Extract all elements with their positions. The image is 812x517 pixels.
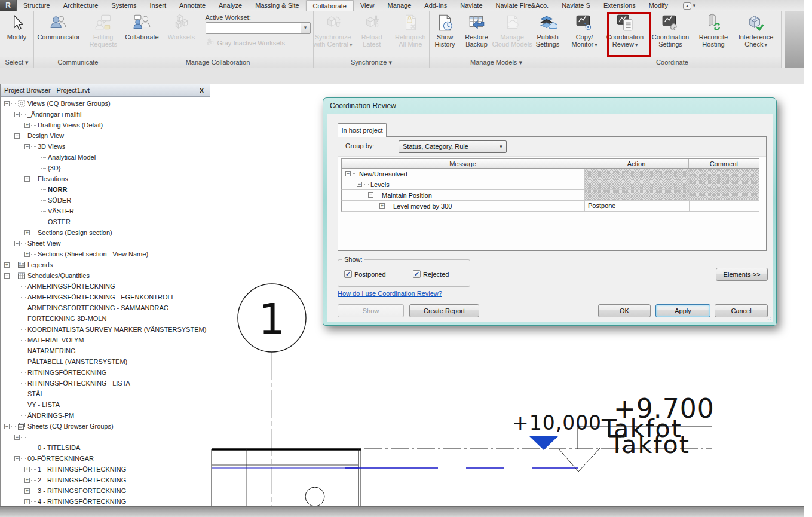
expand-icon[interactable]: + [379, 203, 385, 209]
create-report-button[interactable]: Create Report [409, 304, 479, 317]
table-row[interactable]: +Level moved by 300Postpone [341, 201, 759, 212]
tree-item[interactable]: +2 - RITNINGSFÖRTECKNING [1, 475, 210, 485]
tab-systems[interactable]: Systems [105, 0, 143, 11]
tree-item[interactable]: ARMERINGSFÖRTECKNING - SAMMANDRAG [1, 302, 210, 313]
panel-label-communicate[interactable]: Communicate [34, 57, 122, 68]
collapse-icon[interactable]: − [4, 101, 10, 106]
tree-item[interactable]: +4 - RITNINGSFÖRTECKNING [1, 496, 210, 506]
expand-icon[interactable]: + [4, 262, 10, 268]
postponed-checkbox[interactable]: ✓ Postponed [344, 270, 386, 278]
tree-item[interactable]: −_Ändringar i mallfil [1, 109, 210, 120]
panel-label-coordinate[interactable]: Coordinate [563, 57, 781, 68]
group-by-dropdown[interactable]: Status, Category, Rule ▼ [399, 140, 507, 153]
action-cell[interactable]: Postpone [584, 201, 689, 211]
show-history-button[interactable]: ShowHistory [430, 13, 460, 56]
tab-insert[interactable]: Insert [143, 0, 173, 11]
publish-settings-button[interactable]: PublishSettings [532, 13, 563, 56]
tree-item[interactable]: −Design View [1, 130, 210, 141]
tab-view[interactable]: View [354, 0, 381, 11]
tab-manage[interactable]: Manage [381, 0, 418, 11]
tree-item[interactable]: PÅLTABELL (VÄNSTERSYSTEM) [1, 356, 210, 367]
tab-annotate[interactable]: Annotate [173, 0, 212, 11]
tab-extensions[interactable]: Extensions [597, 0, 642, 11]
tree-item[interactable]: Analytical Model [1, 152, 210, 163]
elements-button[interactable]: Elements >> [716, 268, 768, 281]
cancel-button[interactable]: Cancel [715, 304, 768, 317]
tab-analyze[interactable]: Analyze [212, 0, 249, 11]
tab-structure[interactable]: Structure [17, 0, 57, 11]
tree-item[interactable]: ARMERINGSFÖRTECKNING - EGENKONTROLL [1, 292, 210, 302]
tree-item[interactable]: {3D} [1, 163, 210, 173]
comment-cell[interactable] [689, 201, 759, 211]
column-header-message[interactable]: Message [342, 159, 584, 168]
tree-item[interactable]: −- [1, 432, 210, 442]
expand-icon[interactable]: + [24, 252, 30, 257]
tree-item[interactable]: 0 - TITELSIDA [1, 442, 210, 453]
collapse-icon[interactable]: − [24, 144, 30, 149]
tab-add-ins[interactable]: Add-Ins [418, 0, 454, 11]
collapse-icon[interactable]: − [24, 176, 30, 182]
table-row[interactable]: −Maintain Position [341, 190, 759, 201]
collapse-icon[interactable]: − [4, 424, 10, 429]
tree-item[interactable]: −Elevations [1, 173, 210, 184]
collapse-icon[interactable]: − [14, 133, 20, 139]
collapse-icon[interactable]: − [14, 435, 20, 440]
interference-check-button[interactable]: InterferenceCheck ▾ [734, 13, 778, 56]
rejected-checkbox[interactable]: ✓ Rejected [413, 270, 449, 278]
collapse-icon[interactable]: − [14, 112, 20, 117]
resize-grip[interactable]: .: [768, 316, 771, 321]
tree-item[interactable]: −Schedules/Quantities [1, 270, 210, 281]
panel-label-manage-collaboration[interactable]: Manage Collaboration [122, 57, 313, 68]
collapse-icon[interactable]: − [14, 241, 20, 246]
restore-backup-button[interactable]: RestoreBackup [461, 13, 492, 56]
collapse-icon[interactable]: − [345, 171, 351, 176]
panel-label-manage-models[interactable]: Manage Models ▾ [430, 57, 563, 68]
expand-icon[interactable]: + [24, 499, 30, 504]
tab-collaborate[interactable]: Collaborate [306, 0, 354, 11]
tab-massing-site[interactable]: Massing & Site [249, 0, 305, 11]
table-row[interactable]: −New/Unresolved [341, 169, 759, 179]
tree-item[interactable]: −3D Views [1, 141, 210, 152]
tree-item[interactable]: +Sections (Sheet section - View Name) [1, 249, 210, 259]
collapse-icon[interactable]: − [14, 456, 20, 461]
ok-button[interactable]: OK [598, 304, 651, 317]
tree-item[interactable]: SÖDER [1, 195, 210, 206]
panel-label-select[interactable]: Select ▾ [0, 57, 33, 68]
collapse-icon[interactable]: − [4, 273, 10, 279]
tree-item[interactable]: RITNINGSFÖRTECKNING [1, 367, 210, 378]
collapse-icon[interactable]: − [357, 182, 362, 187]
tab-naviate-fire-aco-[interactable]: Naviate Fire&Aco. [489, 0, 556, 11]
tab-modify[interactable]: Modify [642, 0, 675, 11]
apply-button[interactable]: Apply [655, 304, 710, 317]
tree-item[interactable]: STÅL [1, 388, 210, 399]
tree-item[interactable]: −Sheet View [1, 238, 210, 249]
project-browser-titlebar[interactable]: Project Browser - Project1.rvt x [1, 84, 210, 97]
expand-icon[interactable]: + [24, 467, 30, 472]
tree-item[interactable]: NORR [1, 184, 210, 195]
column-header-comment[interactable]: Comment [689, 159, 759, 168]
tree-item[interactable]: −Sheets (CQ Browser Groups) [1, 421, 210, 432]
communicator-button[interactable]: Communicator [34, 13, 83, 56]
collaborate-button[interactable]: Collaborate [123, 13, 161, 56]
table-row[interactable]: −Levels [341, 179, 759, 190]
help-link[interactable]: How do I use Coordination Review? [338, 290, 442, 297]
tab-in-host-project[interactable]: In host project [338, 123, 387, 137]
tab-naviate[interactable]: Naviate [454, 0, 489, 11]
tree-item[interactable]: +Sections (Design section) [1, 227, 210, 238]
expand-icon[interactable]: + [24, 478, 30, 483]
column-header-action[interactable]: Action [584, 159, 689, 168]
tree-item[interactable]: ARMERINGSFÖRTECKNING [1, 281, 210, 292]
close-icon[interactable]: x [197, 86, 206, 94]
tree-item[interactable]: RITNINGSFÖRTECKNING - LISTA [1, 378, 210, 388]
expand-icon[interactable]: + [24, 488, 30, 494]
tree-item[interactable]: KOORDINATLISTA SURVEY MARKER (VÄNSTERSYS… [1, 324, 210, 335]
tree-item[interactable]: VY - LISTA [1, 399, 210, 410]
tree-item[interactable]: +3 - RITNINGSFÖRTECKNING [1, 485, 210, 496]
tree-item[interactable]: +1 - RITNINGSFÖRTECKNING [1, 464, 210, 475]
tab-naviate-s[interactable]: Naviate S [555, 0, 597, 11]
tree-item[interactable]: −Views (CQ Browser Groups) [1, 98, 210, 109]
tree-item[interactable]: NÄTARMERING [1, 345, 210, 356]
reconcile-hosting-button[interactable]: ReconcileHosting [694, 13, 733, 56]
tree-item[interactable]: ÄNDRINGS-PM [1, 410, 210, 421]
app-logo-icon[interactable]: R [0, 0, 17, 11]
